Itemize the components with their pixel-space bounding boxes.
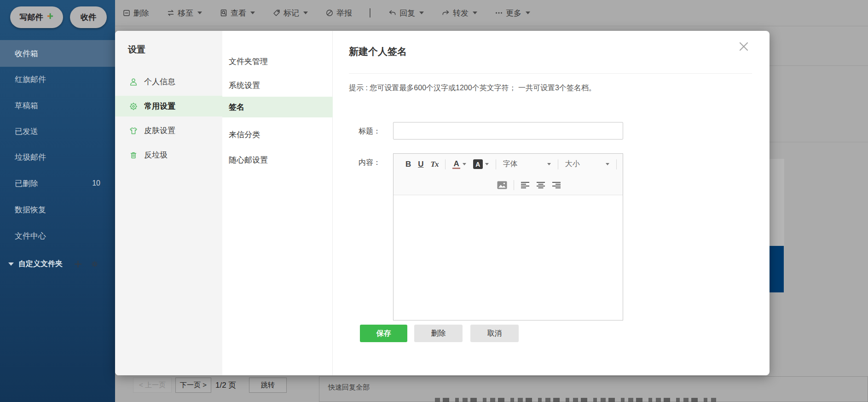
chevron-down-icon — [250, 12, 255, 14]
collapse-arrow-icon[interactable] — [8, 262, 14, 266]
submenu-label: 来信分类 — [229, 129, 260, 140]
sidebar-item-sent[interactable]: 已发送 — [0, 121, 115, 141]
toolbar-report-button[interactable]: 举报 — [325, 8, 352, 18]
bold-button[interactable]: B — [405, 160, 411, 169]
sidebar-item-file-center[interactable]: 文件中心 — [0, 226, 115, 246]
toolbar-delete-button[interactable]: 删除 — [122, 8, 149, 18]
submenu-label: 文件夹管理 — [229, 56, 268, 67]
settings-menu-label: 常用设置 — [144, 101, 175, 111]
align-right-button[interactable] — [552, 181, 561, 189]
move-icon — [167, 9, 175, 17]
align-center-icon — [536, 181, 545, 189]
signature-title-input[interactable] — [393, 122, 623, 140]
editor-divider — [616, 159, 617, 169]
folder-label: 红旗邮件 — [15, 74, 46, 85]
align-center-button[interactable] — [536, 181, 545, 189]
editor-toolbar: B U Tx A A 字体 — [393, 154, 623, 195]
toolbar-label: 删除 — [133, 8, 149, 18]
background-color-button[interactable]: A — [473, 159, 489, 169]
toolbar-reply-button[interactable]: 回复 — [388, 8, 424, 18]
submenu-signature[interactable]: 签名 — [222, 97, 333, 117]
user-icon — [129, 77, 138, 87]
delete-button[interactable]: 删除 — [414, 325, 463, 342]
background-pane-divider — [770, 142, 868, 142]
receive-label: 收件 — [81, 12, 96, 23]
message-toolbar: 删除 移至 查看 标记 举报 回复 — [115, 0, 868, 26]
chevron-down-icon — [197, 12, 202, 14]
editor-divider — [445, 159, 446, 169]
folder-settings-gear-icon[interactable] — [90, 260, 99, 268]
sidebar-item-data-recovery[interactable]: 数据恢复 — [0, 199, 115, 220]
image-icon — [497, 181, 507, 189]
cancel-button[interactable]: 取消 — [470, 325, 519, 342]
align-left-button[interactable] — [521, 181, 530, 189]
toolbar-mark-button[interactable]: 标记 — [272, 8, 308, 18]
prev-page-button[interactable]: < 上一页 — [133, 378, 172, 393]
sidebar-item-drafts[interactable]: 草稿箱 — [0, 95, 115, 116]
font-color-icon: A — [452, 160, 460, 169]
title-divider — [349, 73, 752, 74]
submenu-label: 系统设置 — [229, 80, 260, 91]
signature-content-area[interactable] — [393, 195, 623, 320]
settings-menu-skin[interactable]: 皮肤设置 — [115, 120, 222, 141]
close-icon[interactable] — [737, 40, 750, 53]
settings-submenu-panel: 文件夹管理 系统设置 签名 来信分类 随心邮设置 — [222, 31, 333, 375]
font-size-label: 大小 — [565, 159, 580, 169]
background-blue-tab — [770, 246, 784, 292]
submenu-folder-management[interactable]: 文件夹管理 — [222, 51, 333, 72]
sidebar-item-junk[interactable]: 垃圾邮件 — [0, 147, 115, 167]
jump-page-button[interactable]: 跳转 — [249, 378, 287, 393]
chevron-down-icon — [606, 163, 609, 165]
chevron-down-icon — [547, 163, 551, 165]
deleted-count-badge: 10 — [92, 179, 100, 187]
settings-menu-antispam[interactable]: 反垃圾 — [115, 145, 222, 165]
submenu-label: 随心邮设置 — [229, 155, 268, 165]
toolbar-move-to-button[interactable]: 移至 — [167, 8, 202, 18]
quick-reply-label: 快速回复全部 — [328, 383, 370, 392]
content-field-label: 内容： — [359, 158, 381, 168]
settings-menu-panel: 设置 个人信息 常用设置 皮肤设置 — [115, 31, 222, 375]
submenu-suixin-mail[interactable]: 随心邮设置 — [222, 150, 333, 170]
toolbar-view-button[interactable]: 查看 — [220, 8, 255, 18]
settings-modal: 设置 个人信息 常用设置 皮肤设置 — [115, 31, 770, 375]
background-side-tab — [770, 159, 784, 246]
settings-menu-personal-info[interactable]: 个人信息 — [115, 71, 222, 92]
jump-page-label: 跳转 — [261, 381, 275, 390]
settings-menu-label: 反垃圾 — [144, 150, 168, 160]
clear-format-button[interactable]: Tx — [431, 160, 439, 169]
trash-icon — [129, 151, 138, 160]
font-family-dropdown[interactable]: 字体 — [503, 159, 551, 169]
compose-button[interactable]: 写邮件 — [10, 6, 63, 28]
underline-button[interactable]: U — [418, 160, 423, 169]
chevron-down-icon — [485, 163, 489, 165]
compose-label: 写邮件 — [20, 12, 43, 23]
reply-icon — [388, 9, 397, 17]
background-pane-divider — [770, 65, 868, 66]
page-title: 新建个人签名 — [349, 45, 407, 58]
receive-button[interactable]: 收件 — [70, 6, 107, 28]
chevron-down-icon — [463, 163, 466, 165]
sidebar-item-inbox[interactable]: 收件箱 — [0, 40, 115, 67]
save-button[interactable]: 保存 — [360, 325, 407, 342]
toolbar-label: 移至 — [178, 8, 193, 18]
title-field-label: 标题： — [359, 127, 381, 136]
toolbar-label: 标记 — [284, 8, 299, 18]
font-size-dropdown[interactable]: 大小 — [565, 159, 609, 169]
insert-image-button[interactable] — [497, 181, 507, 189]
submenu-incoming-classification[interactable]: 来信分类 — [222, 124, 333, 145]
sidebar-custom-folders[interactable]: 自定义文件夹 — [0, 254, 115, 274]
toolbar-forward-button[interactable]: 转发 — [441, 8, 477, 18]
tag-icon — [272, 9, 281, 17]
prev-page-label: < 上一页 — [139, 381, 166, 390]
signature-hint-text: 提示 : 您可设置最多600个汉字或1200个英文字符； 一共可设置3个签名档。 — [349, 83, 596, 93]
folder-label: 垃圾邮件 — [15, 152, 46, 163]
add-folder-icon[interactable] — [74, 260, 82, 268]
settings-menu-general[interactable]: 常用设置 — [115, 96, 222, 117]
font-color-button[interactable]: A — [452, 160, 466, 169]
sidebar-item-flagged[interactable]: 红旗邮件 — [0, 69, 115, 89]
next-page-button[interactable]: 下一页 > — [175, 378, 211, 393]
toolbar-more-button[interactable]: 更多 — [495, 8, 530, 18]
toolbar-divider — [370, 8, 370, 17]
submenu-system-settings[interactable]: 系统设置 — [222, 75, 333, 96]
sidebar-item-deleted[interactable]: 已删除 10 — [0, 173, 115, 193]
